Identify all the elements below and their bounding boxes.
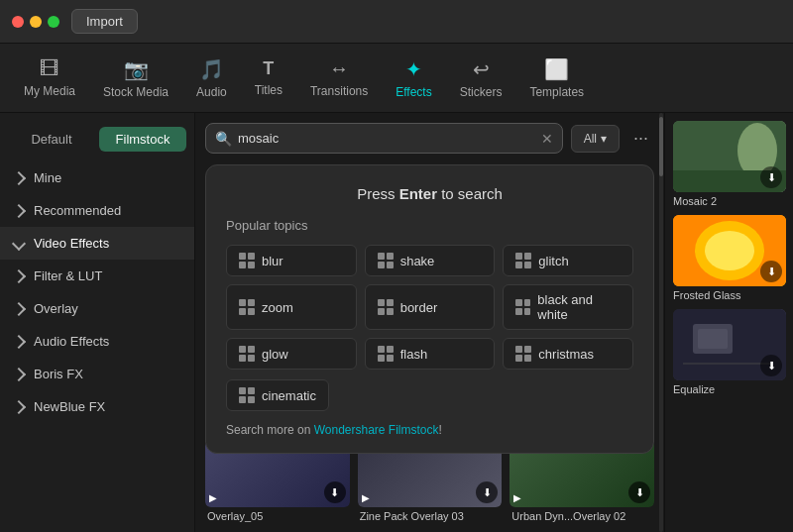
scrollbar-track bbox=[659, 113, 663, 532]
topic-blur[interactable]: blur bbox=[226, 245, 357, 276]
close-button[interactable] bbox=[12, 16, 24, 28]
sidebar-item-newblue-fx[interactable]: NewBlue FX bbox=[0, 390, 194, 423]
tab-templates[interactable]: ⬜ Templates bbox=[515, 50, 598, 107]
titlebar: Import bbox=[0, 0, 793, 44]
sidebar-tabs: Default Filmstock bbox=[0, 121, 194, 161]
minimize-button[interactable] bbox=[30, 16, 42, 28]
topic-grid: blur shake glitch bbox=[226, 245, 633, 370]
scrollbar-thumb[interactable] bbox=[659, 117, 663, 176]
topic-shake[interactable]: shake bbox=[365, 245, 496, 276]
content-area: 🔍 ✕ All ▾ ··· Press Enter to search Popu… bbox=[195, 113, 664, 532]
filmstock-link[interactable]: Wondershare Filmstock bbox=[314, 423, 439, 437]
tab-transitions[interactable]: ↔ Transitions bbox=[296, 50, 382, 106]
tab-effects-label: Effects bbox=[396, 85, 431, 99]
transitions-icon: ↔ bbox=[329, 57, 349, 80]
svg-rect-8 bbox=[698, 329, 728, 349]
topic-icon bbox=[239, 299, 255, 315]
tab-stickers[interactable]: ↩ Stickers bbox=[446, 50, 516, 107]
topic-shake-label: shake bbox=[400, 254, 435, 268]
sidebar-item-boris-fx-label: Boris FX bbox=[34, 367, 83, 381]
svg-point-5 bbox=[705, 231, 754, 270]
sidebar-item-boris-fx[interactable]: Boris FX bbox=[0, 358, 194, 390]
topic-blur-label: blur bbox=[262, 254, 283, 268]
download-icon[interactable]: ⬇ bbox=[760, 166, 782, 188]
sidebar-item-audio-effects-label: Audio Effects bbox=[34, 334, 109, 349]
download-icon[interactable]: ⬇ bbox=[760, 261, 782, 282]
topic-border-label: border bbox=[400, 300, 438, 315]
topic-icon bbox=[239, 387, 255, 403]
filter-label: All bbox=[584, 132, 597, 146]
tab-my-media-label: My Media bbox=[24, 84, 75, 98]
rp-thumb-frosted-glass: ⬇ bbox=[673, 215, 786, 286]
rp-item-mosaic-2[interactable]: ⬇ Mosaic 2 bbox=[673, 121, 785, 207]
rp-mosaic-2-label: Mosaic 2 bbox=[673, 195, 785, 207]
download-icon[interactable]: ⬇ bbox=[760, 355, 782, 376]
more-options-button[interactable]: ··· bbox=[627, 124, 654, 153]
sidebar-item-mine[interactable]: Mine bbox=[0, 161, 194, 194]
topic-cinematic-label: cinematic bbox=[262, 388, 316, 403]
download-icon[interactable]: ⬇ bbox=[324, 481, 346, 503]
tab-stickers-label: Stickers bbox=[460, 85, 503, 99]
topic-zoom[interactable]: zoom bbox=[226, 284, 357, 330]
main-layout: Default Filmstock Mine Recommended Video… bbox=[0, 113, 793, 532]
sidebar-tab-default[interactable]: Default bbox=[8, 127, 95, 152]
download-icon[interactable]: ⬇ bbox=[628, 481, 650, 503]
search-more: Search more on Wondershare Filmstock! bbox=[226, 423, 633, 437]
sidebar: Default Filmstock Mine Recommended Video… bbox=[0, 113, 195, 532]
maximize-button[interactable] bbox=[48, 16, 59, 28]
tab-titles[interactable]: T Titles bbox=[241, 51, 296, 105]
thumb-urban-dyn-label: Urban Dyn...Overlay 02 bbox=[510, 510, 654, 522]
topic-zoom-label: zoom bbox=[262, 300, 293, 315]
search-icon: 🔍 bbox=[215, 131, 232, 147]
topic-flash[interactable]: flash bbox=[365, 338, 496, 370]
nav-tabs: 🎞 My Media 📷 Stock Media 🎵 Audio T Title… bbox=[0, 44, 793, 113]
sidebar-item-video-effects[interactable]: Video Effects bbox=[0, 227, 194, 260]
titles-icon: T bbox=[263, 58, 274, 79]
sidebar-item-audio-effects[interactable]: Audio Effects bbox=[0, 325, 194, 358]
topic-christmas-label: christmas bbox=[538, 347, 594, 362]
tab-stock-media[interactable]: 📷 Stock Media bbox=[89, 50, 182, 107]
tab-my-media[interactable]: 🎞 My Media bbox=[10, 50, 89, 106]
tab-stock-media-label: Stock Media bbox=[103, 85, 169, 99]
search-bar-row: 🔍 ✕ All ▾ ··· bbox=[195, 113, 664, 163]
sidebar-item-mine-label: Mine bbox=[34, 170, 61, 185]
download-icon[interactable]: ⬇ bbox=[476, 481, 498, 503]
chevron-right-icon bbox=[12, 367, 26, 380]
clear-search-icon[interactable]: ✕ bbox=[541, 131, 553, 147]
traffic-lights bbox=[12, 16, 59, 28]
search-dropdown: Press Enter to search Popular topics blu… bbox=[205, 164, 654, 454]
filter-button[interactable]: All ▾ bbox=[571, 125, 620, 153]
tab-transitions-label: Transitions bbox=[310, 84, 368, 98]
topic-cinematic[interactable]: cinematic bbox=[226, 379, 329, 411]
rp-equalize-label: Equalize bbox=[673, 383, 785, 395]
audio-icon: 🎵 bbox=[199, 57, 224, 81]
topic-icon bbox=[378, 253, 394, 268]
topic-glow[interactable]: glow bbox=[226, 338, 357, 370]
tab-effects[interactable]: ✦ Effects bbox=[382, 50, 445, 107]
topic-border[interactable]: border bbox=[365, 284, 496, 330]
search-input[interactable] bbox=[205, 123, 563, 154]
sidebar-item-overlay[interactable]: Overlay bbox=[0, 292, 194, 325]
rp-frosted-glass-label: Frosted Glass bbox=[673, 289, 785, 301]
topic-black-and-white[interactable]: black and white bbox=[503, 284, 633, 330]
dropdown-hint: Press Enter to search bbox=[226, 185, 633, 202]
chevron-down-icon: ▾ bbox=[601, 132, 607, 146]
topic-christmas[interactable]: christmas bbox=[503, 338, 633, 370]
rp-thumb-mosaic-2: ⬇ bbox=[673, 121, 786, 192]
sidebar-tab-filmstock[interactable]: Filmstock bbox=[99, 127, 186, 152]
rp-item-equalize[interactable]: ⬇ Equalize bbox=[673, 309, 785, 395]
tab-titles-label: Titles bbox=[255, 83, 283, 97]
sidebar-item-filter-lut[interactable]: Filter & LUT bbox=[0, 260, 194, 292]
chevron-right-icon bbox=[12, 170, 26, 184]
thumb-overlay-05-label: Overlay_05 bbox=[205, 510, 350, 522]
sidebar-item-overlay-label: Overlay bbox=[34, 301, 78, 316]
import-button[interactable]: Import bbox=[71, 9, 138, 34]
tab-audio[interactable]: 🎵 Audio bbox=[182, 50, 241, 107]
topic-glitch[interactable]: glitch bbox=[503, 245, 633, 276]
chevron-right-icon bbox=[12, 399, 26, 413]
sidebar-item-recommended[interactable]: Recommended bbox=[0, 194, 194, 227]
rp-thumb-equalize: ⬇ bbox=[673, 309, 786, 380]
right-panel: ⬇ Mosaic 2 ⬇ Frosted Glass bbox=[664, 113, 793, 532]
thumb-zine-pack-label: Zine Pack Overlay 03 bbox=[358, 510, 503, 522]
rp-item-frosted-glass[interactable]: ⬇ Frosted Glass bbox=[673, 215, 785, 301]
